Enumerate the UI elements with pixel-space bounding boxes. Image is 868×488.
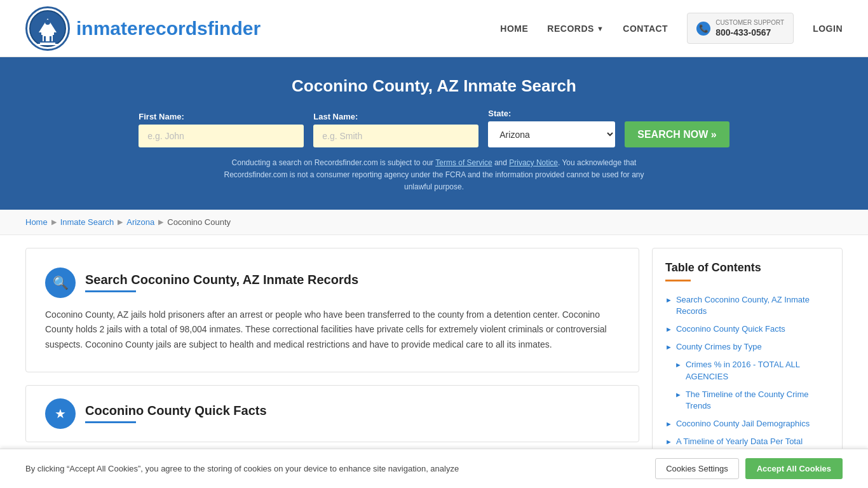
svg-rect-6 <box>50 36 51 41</box>
nav-contact[interactable]: CONTACT <box>623 24 668 34</box>
toc-label-0: Search Coconino County, AZ Inmate Record… <box>676 294 829 317</box>
header: inmaterecordsfinder HOME RECORDS ▼ CONTA… <box>0 0 868 57</box>
logo-area: inmaterecordsfinder <box>25 6 261 51</box>
logo-plain: inmaterecords <box>76 18 208 39</box>
nav-records-label: RECORDS <box>547 24 594 34</box>
toc-item-4[interactable]: ► The Timeline of the County Crime Trend… <box>675 386 829 415</box>
toc-card: Table of Contents ► Search Coconino Coun… <box>652 248 843 464</box>
toc-title: Table of Contents <box>665 261 829 274</box>
disclaimer-text: Conducting a search on Recordsfinder.com… <box>232 158 436 167</box>
sidebar: Table of Contents ► Search Coconino Coun… <box>652 248 843 464</box>
last-name-field-group: Last Name: <box>313 112 478 147</box>
accept-cookies-button[interactable]: Accept All Cookies <box>745 458 843 477</box>
chevron-icon-6: ► <box>665 437 672 447</box>
quick-facts-title: Coconino County Quick Facts <box>85 403 267 418</box>
quick-facts-preview: ★ Coconino County Quick Facts <box>45 398 620 429</box>
nav-records[interactable]: RECORDS ▼ <box>547 24 604 34</box>
nav-login[interactable]: LOGIN <box>813 24 843 34</box>
chevron-icon-5: ► <box>665 419 672 429</box>
first-name-field-group: First Name: <box>139 112 304 147</box>
breadcrumb-arizona[interactable]: Arizona <box>126 217 154 227</box>
inmate-records-card: 🔍 Search Coconino County, AZ Inmate Reco… <box>25 248 639 372</box>
logo-bold: finder <box>208 18 261 39</box>
breadcrumb: Home ▶ Inmate Search ▶ Arizona ▶ Coconin… <box>0 210 868 235</box>
search-form: First Name: Last Name: State: Arizona Al… <box>25 109 843 147</box>
breadcrumb-coconino: Coconino County <box>167 217 231 227</box>
chevron-icon-2: ► <box>665 342 672 352</box>
toc-item-1[interactable]: ► Coconino County Quick Facts <box>665 320 829 338</box>
toc-label-3: Crimes % in 2016 - TOTAL ALL AGENCIES <box>686 359 829 382</box>
support-phone: 800-433-0567 <box>715 27 784 38</box>
chevron-icon-4: ► <box>675 390 682 400</box>
support-text: CUSTOMER SUPPORT 800-433-0567 <box>715 18 784 38</box>
toc-item-5[interactable]: ► Coconino County Jail Demographics <box>665 415 829 433</box>
state-label: State: <box>488 109 615 118</box>
breadcrumb-sep-3: ▶ <box>158 218 163 226</box>
toc-label-5: Coconino County Jail Demographics <box>676 418 810 430</box>
toc-label-1: Coconino County Quick Facts <box>676 323 785 335</box>
card1-title: Search Coconino County, AZ Inmate Record… <box>85 273 358 287</box>
first-name-input[interactable] <box>139 125 304 147</box>
cookie-banner: By clicking “Accept All Cookies”, you ag… <box>0 449 868 477</box>
chevron-icon-0: ► <box>665 295 672 305</box>
search-button[interactable]: SEARCH NOW » <box>625 121 729 147</box>
state-field-group: State: Arizona Alabama Alaska California… <box>488 109 615 147</box>
content-area: 🔍 Search Coconino County, AZ Inmate Reco… <box>25 248 639 464</box>
svg-rect-5 <box>44 36 46 41</box>
card1-title-underline <box>85 290 136 292</box>
toc-divider <box>665 280 691 281</box>
nav-home[interactable]: HOME <box>500 24 528 34</box>
svg-rect-7 <box>40 43 55 44</box>
quick-facts-icon: ★ <box>45 398 76 429</box>
hero-section: Coconino County, AZ Inmate Search First … <box>0 57 868 210</box>
phone-icon: 📞 <box>696 22 710 36</box>
disclaimer: Conducting a search on Recordsfinder.com… <box>212 157 656 194</box>
breadcrumb-home[interactable]: Home <box>25 217 48 227</box>
quick-facts-card: ★ Coconino County Quick Facts <box>25 385 639 442</box>
toc-label-6: A Timeline of Yearly Data Per Total <box>676 436 803 447</box>
state-select[interactable]: Arizona Alabama Alaska California Colora… <box>488 121 615 147</box>
main-content: 🔍 Search Coconino County, AZ Inmate Reco… <box>0 235 868 477</box>
logo-icon <box>25 6 70 51</box>
disclaimer-and: and <box>492 158 510 167</box>
toc-item-2[interactable]: ► County Crimes by Type <box>665 338 829 356</box>
quick-facts-underline <box>85 421 136 423</box>
card1-header: 🔍 Search Coconino County, AZ Inmate Reco… <box>45 268 620 298</box>
last-name-input[interactable] <box>313 125 478 147</box>
cookies-settings-button[interactable]: Cookies Settings <box>655 458 739 477</box>
toc-item-0[interactable]: ► Search Coconino County, AZ Inmate Reco… <box>665 291 829 320</box>
last-name-label: Last Name: <box>313 112 478 121</box>
toc-item-3[interactable]: ► Crimes % in 2016 - TOTAL ALL AGENCIES <box>675 356 829 385</box>
terms-link[interactable]: Terms of Service <box>435 158 492 167</box>
chevron-icon-1: ► <box>665 325 672 334</box>
card1-title-group: Search Coconino County, AZ Inmate Record… <box>85 273 358 292</box>
toc-label-4: The Timeline of the County Crime Trends <box>686 389 829 412</box>
svg-point-4 <box>45 20 50 25</box>
toc-label-2: County Crimes by Type <box>676 341 762 353</box>
breadcrumb-sep-2: ▶ <box>118 218 123 226</box>
customer-support: 📞 CUSTOMER SUPPORT 800-433-0567 <box>687 13 794 44</box>
breadcrumb-sep-1: ▶ <box>51 218 57 226</box>
quick-facts-title-group: Coconino County Quick Facts <box>85 403 267 423</box>
privacy-link[interactable]: Privacy Notice <box>509 158 558 167</box>
nav-area: HOME RECORDS ▼ CONTACT 📞 CUSTOMER SUPPOR… <box>500 13 843 44</box>
first-name-label: First Name: <box>139 112 304 121</box>
svg-rect-2 <box>41 32 54 35</box>
cookie-text: By clicking “Accept All Cookies”, you ag… <box>25 464 642 473</box>
support-label: CUSTOMER SUPPORT <box>715 18 784 27</box>
hero-title: Coconino County, AZ Inmate Search <box>25 76 843 96</box>
search-icon: 🔍 <box>45 268 76 298</box>
breadcrumb-inmate-search[interactable]: Inmate Search <box>60 217 114 227</box>
svg-rect-8 <box>37 44 58 45</box>
cookie-btn-group: Cookies Settings Accept All Cookies <box>655 458 843 477</box>
logo-text: inmaterecordsfinder <box>76 18 261 39</box>
chevron-down-icon: ▼ <box>597 25 604 32</box>
chevron-icon-3: ► <box>675 360 682 370</box>
card1-body: Coconino County, AZ jails hold prisoners… <box>45 308 620 353</box>
